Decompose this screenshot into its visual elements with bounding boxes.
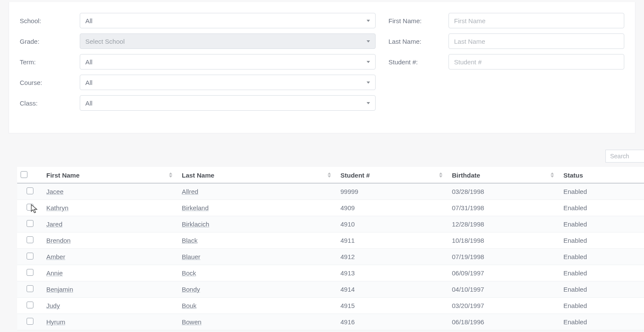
last-name-link[interactable]: Bondy [182, 286, 200, 293]
student-no-cell: 4914 [337, 281, 448, 298]
sort-icon [551, 172, 554, 178]
table-row: JaredBirklacich491012/28/1998Enabled [17, 216, 644, 232]
filter-row-class: Class: All [20, 95, 376, 111]
grade-select[interactable]: Select School [80, 33, 376, 49]
first-name-input[interactable] [448, 13, 624, 28]
students-table: First Name Last Name Student # Birthdate… [17, 167, 644, 330]
course-select[interactable]: All [80, 75, 376, 90]
chevron-down-icon [367, 40, 370, 42]
class-select-value: All [85, 100, 93, 107]
header-checkbox-cell [17, 167, 43, 183]
header-first-name[interactable]: First Name [43, 167, 178, 183]
header-birthdate-label: Birthdate [452, 172, 480, 179]
search-input[interactable] [605, 150, 644, 163]
header-last-name[interactable]: Last Name [178, 167, 337, 183]
row-checkbox[interactable] [27, 318, 33, 325]
course-select-value: All [85, 79, 93, 86]
birthdate-cell: 06/18/1996 [448, 314, 560, 330]
table-row: BrendonBlack491110/18/1998Enabled [17, 232, 644, 249]
filter-row-school: School: All [20, 13, 376, 28]
term-select[interactable]: All [80, 54, 376, 69]
student-no-cell: 4911 [337, 232, 448, 249]
school-select-value: All [85, 17, 93, 24]
first-name-link[interactable]: Judy [46, 302, 60, 309]
last-name-link[interactable]: Allred [182, 188, 198, 195]
chevron-down-icon [367, 81, 370, 84]
status-cell: Enabled [560, 200, 644, 216]
term-select-value: All [85, 58, 93, 66]
last-name-link[interactable]: Blauer [182, 253, 200, 260]
birthdate-cell: 07/19/1998 [448, 249, 560, 265]
first-name-link[interactable]: Hyrum [46, 318, 65, 326]
row-checkbox[interactable] [27, 302, 33, 308]
filter-column-right: First Name: Last Name: Student #: [388, 13, 624, 116]
first-name-link[interactable]: Annie [46, 269, 63, 277]
table-header-row: First Name Last Name Student # Birthdate… [17, 167, 644, 183]
sort-icon [169, 172, 172, 178]
student-no-cell: 99999 [337, 183, 448, 200]
first-name-link[interactable]: Benjamin [46, 286, 73, 293]
student-no-label: Student #: [388, 58, 448, 66]
filter-row-student-no: Student #: [388, 54, 624, 69]
last-name-link[interactable]: Bowen [182, 318, 202, 326]
last-name-link[interactable]: Black [182, 237, 198, 244]
status-cell: Enabled [560, 298, 644, 314]
status-cell: Enabled [560, 265, 644, 281]
last-name-link[interactable]: Bouk [182, 302, 196, 309]
row-checkbox[interactable] [27, 253, 33, 260]
last-name-input[interactable] [448, 33, 624, 49]
row-checkbox[interactable] [27, 269, 33, 276]
student-no-cell: 4910 [337, 216, 448, 232]
header-student-no-label: Student # [340, 172, 370, 179]
first-name-link[interactable]: Kathryn [46, 204, 69, 211]
row-checkbox[interactable] [27, 220, 33, 227]
class-select[interactable]: All [80, 95, 376, 111]
first-name-link[interactable]: Brendon [46, 237, 71, 244]
first-name-link[interactable]: Amber [46, 253, 65, 260]
birthdate-cell: 04/10/1997 [448, 281, 560, 298]
grade-label: Grade: [20, 38, 80, 45]
row-checkbox[interactable] [27, 236, 33, 243]
last-name-link[interactable]: Bock [182, 269, 196, 277]
sort-icon [439, 172, 442, 178]
first-name-link[interactable]: Jacee [46, 188, 63, 195]
term-label: Term: [20, 58, 80, 66]
row-checkbox[interactable] [27, 187, 33, 194]
table-row: AnnieBock491306/09/1997Enabled [17, 265, 644, 281]
header-student-no[interactable]: Student # [337, 167, 448, 183]
status-cell: Enabled [560, 249, 644, 265]
filter-row-term: Term: All [20, 54, 376, 69]
status-cell: Enabled [560, 281, 644, 298]
birthdate-cell: 03/20/1997 [448, 298, 560, 314]
birthdate-cell: 07/31/1998 [448, 200, 560, 216]
row-checkbox[interactable] [27, 285, 33, 292]
chevron-down-icon [367, 61, 370, 63]
header-last-name-label: Last Name [182, 172, 214, 179]
student-no-cell: 4916 [337, 314, 448, 330]
header-birthdate[interactable]: Birthdate [448, 167, 560, 183]
birthdate-cell: 03/28/1998 [448, 183, 560, 200]
filter-column-left: School: All Grade: Select School Term: A… [20, 13, 376, 116]
table-row: KathrynBirkeland490907/31/1998Enabled [17, 200, 644, 216]
first-name-link[interactable]: Jared [46, 220, 63, 228]
course-label: Course: [20, 79, 80, 86]
row-checkbox[interactable] [27, 204, 33, 211]
student-no-input[interactable] [448, 54, 624, 69]
header-status[interactable]: Status [560, 167, 644, 183]
school-select[interactable]: All [80, 13, 376, 28]
student-no-cell: 4909 [337, 200, 448, 216]
grade-select-value: Select School [85, 38, 125, 45]
student-no-cell: 4912 [337, 249, 448, 265]
table-row: JaceeAllred9999903/28/1998Enabled [17, 183, 644, 200]
last-name-link[interactable]: Birklacich [182, 220, 209, 228]
filter-row-last-name: Last Name: [388, 33, 624, 49]
last-name-link[interactable]: Birkeland [182, 204, 209, 211]
sort-icon [328, 172, 331, 178]
select-all-checkbox[interactable] [21, 171, 27, 178]
birthdate-cell: 06/09/1997 [448, 265, 560, 281]
student-no-cell: 4913 [337, 265, 448, 281]
school-label: School: [20, 17, 80, 24]
table-row: JudyBouk491503/20/1997Enabled [17, 298, 644, 314]
filter-row-first-name: First Name: [388, 13, 624, 28]
chevron-down-icon [367, 102, 370, 104]
